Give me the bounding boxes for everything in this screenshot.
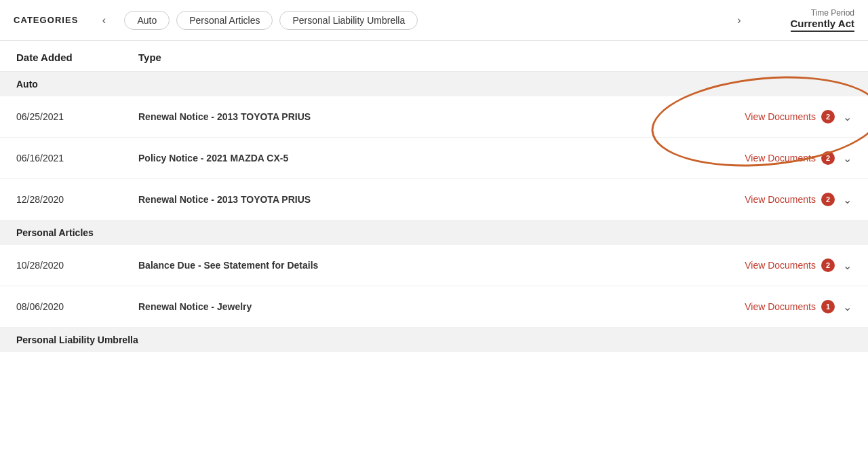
- category-tabs: Auto Personal Articles Personal Liabilit…: [124, 11, 719, 30]
- type-cell: Renewal Notice - 2013 TOYOTA PRIUS: [138, 194, 745, 205]
- row-expand-chevron[interactable]: ⌄: [843, 152, 852, 165]
- action-cell: View Documents 2 ⌄: [745, 193, 852, 206]
- table-row: 06/16/2021 Policy Notice - 2021 MAZDA CX…: [0, 138, 868, 179]
- date-cell: 10/28/2020: [16, 260, 138, 271]
- doc-count-badge: 1: [821, 300, 835, 313]
- table-row: 08/06/2020 Renewal Notice - Jewelry View…: [0, 286, 868, 328]
- table-row: 06/25/2021 Renewal Notice - 2013 TOYOTA …: [0, 96, 868, 138]
- table-row: 10/28/2020 Balance Due - See Statement f…: [0, 245, 868, 286]
- view-documents-link[interactable]: View Documents: [745, 301, 816, 312]
- time-period-section: Time Period Currently Act: [760, 8, 854, 32]
- prev-arrow-button[interactable]: ‹: [94, 11, 113, 30]
- row-expand-chevron[interactable]: ⌄: [843, 259, 852, 272]
- date-cell: 08/06/2020: [16, 301, 138, 312]
- view-documents-link[interactable]: View Documents: [745, 153, 816, 163]
- table-row: 12/28/2020 Renewal Notice - 2013 TOYOTA …: [0, 179, 868, 220]
- row-expand-chevron[interactable]: ⌄: [843, 193, 852, 206]
- top-navigation-bar: CATEGORIES ‹ Auto Personal Articles Pers…: [0, 0, 868, 41]
- date-cell: 06/25/2021: [16, 111, 138, 122]
- section-personal-articles: Personal Articles: [0, 220, 868, 245]
- type-cell: Balance Due - See Statement for Details: [138, 260, 745, 271]
- categories-label: CATEGORIES: [14, 15, 78, 25]
- row-expand-chevron[interactable]: ⌄: [843, 111, 852, 123]
- action-cell: View Documents 2 ⌄: [745, 151, 852, 165]
- row-expand-chevron[interactable]: ⌄: [843, 301, 852, 313]
- type-cell: Renewal Notice - Jewelry: [138, 301, 745, 312]
- doc-count-badge: 2: [821, 110, 835, 123]
- time-period-value: Currently Act: [791, 18, 854, 32]
- doc-count-badge: 2: [821, 258, 835, 272]
- date-cell: 06/16/2021: [16, 153, 138, 163]
- doc-count-badge: 2: [821, 151, 835, 165]
- section-personal-liability-umbrella: Personal Liability Umbrella: [0, 328, 868, 352]
- view-documents-link[interactable]: View Documents: [745, 194, 816, 205]
- next-arrow-button[interactable]: ›: [730, 11, 749, 30]
- doc-count-badge: 2: [821, 193, 835, 206]
- tab-personal-liability-umbrella[interactable]: Personal Liability Umbrella: [279, 11, 418, 30]
- date-cell: 12/28/2020: [16, 194, 138, 205]
- tab-personal-articles[interactable]: Personal Articles: [176, 11, 273, 30]
- type-cell: Renewal Notice - 2013 TOYOTA PRIUS: [138, 111, 745, 122]
- view-documents-link[interactable]: View Documents: [745, 260, 816, 271]
- tab-auto[interactable]: Auto: [124, 11, 170, 30]
- table-header: Date Added Type: [0, 41, 868, 72]
- col-date-header: Date Added: [16, 52, 138, 63]
- section-auto: Auto: [0, 72, 868, 96]
- action-cell: View Documents 2 ⌄: [745, 110, 852, 123]
- action-cell: View Documents 1 ⌄: [745, 300, 852, 313]
- col-type-header: Type: [138, 52, 852, 63]
- type-cell: Policy Notice - 2021 MAZDA CX-5: [138, 153, 745, 163]
- row-wrapper-0: 06/25/2021 Renewal Notice - 2013 TOYOTA …: [0, 96, 868, 138]
- documents-table: Auto 06/25/2021 Renewal Notice - 2013 TO…: [0, 72, 868, 352]
- view-documents-link[interactable]: View Documents: [745, 111, 816, 122]
- action-cell: View Documents 2 ⌄: [745, 258, 852, 272]
- time-period-label: Time Period: [760, 8, 854, 18]
